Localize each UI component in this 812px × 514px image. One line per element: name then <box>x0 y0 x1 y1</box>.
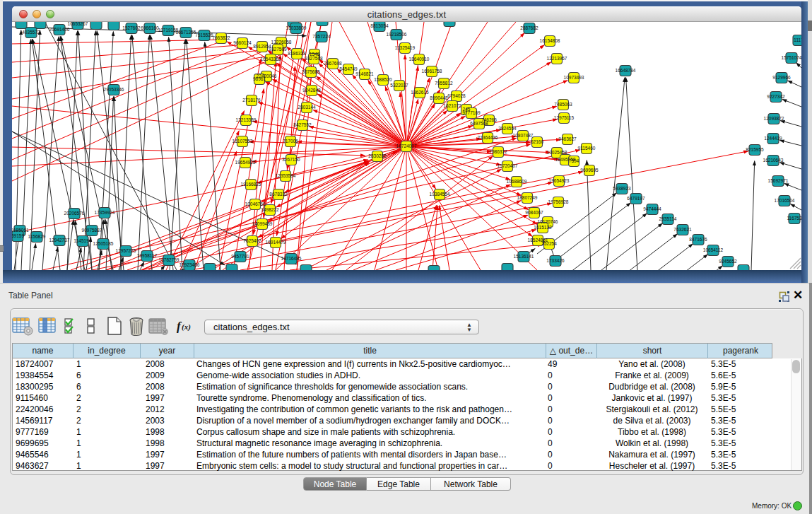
svg-text:62160: 62160 <box>531 139 543 144</box>
svg-text:16543362: 16543362 <box>261 57 281 62</box>
svg-text:1244419: 1244419 <box>764 136 782 141</box>
svg-text:1615132: 1615132 <box>534 225 552 230</box>
svg-text:15751074: 15751074 <box>782 55 801 60</box>
svg-text:14099489: 14099489 <box>252 221 273 226</box>
svg-text:12942737: 12942737 <box>49 238 70 243</box>
svg-text:7625402: 7625402 <box>243 238 261 243</box>
svg-text:10046766: 10046766 <box>245 201 266 206</box>
svg-text:16120746: 16120746 <box>538 219 558 224</box>
svg-text:19384554: 19384554 <box>430 192 450 197</box>
svg-text:12353594: 12353594 <box>276 173 296 178</box>
svg-text:10973493: 10973493 <box>564 75 584 80</box>
svg-text:9146821: 9146821 <box>355 71 374 76</box>
svg-text:1156829: 1156829 <box>28 234 46 239</box>
svg-text:12213967: 12213967 <box>547 56 567 61</box>
svg-text:13226058: 13226058 <box>271 40 292 45</box>
svg-text:8454749: 8454749 <box>339 66 358 71</box>
svg-text:10653267: 10653267 <box>68 22 88 26</box>
svg-text:10688609: 10688609 <box>507 179 527 184</box>
svg-text:10654112: 10654112 <box>703 247 724 252</box>
svg-text:2867608: 2867608 <box>324 61 342 66</box>
svg-text:16782759: 16782759 <box>159 257 180 262</box>
svg-text:9327509: 9327509 <box>269 47 287 52</box>
svg-text:17957225: 17957225 <box>116 248 136 253</box>
svg-text:6794028: 6794028 <box>447 93 466 98</box>
svg-text:7515526: 7515526 <box>195 33 213 37</box>
svg-text:9242848: 9242848 <box>302 88 321 93</box>
svg-text:15136141: 15136141 <box>514 254 534 259</box>
svg-text:7986372: 7986372 <box>489 149 507 154</box>
svg-text:1588520: 1588520 <box>374 77 392 82</box>
svg-text:8427552: 8427552 <box>293 122 312 127</box>
svg-text:18724007: 18724007 <box>396 144 417 148</box>
svg-text:1527602: 1527602 <box>122 25 141 30</box>
svg-text:8678332: 8678332 <box>269 192 288 197</box>
svg-text:7955812: 7955812 <box>435 81 453 86</box>
svg-text:9327508: 9327508 <box>305 56 323 61</box>
svg-text:717006: 717006 <box>283 139 298 144</box>
svg-text:29053346: 29053346 <box>104 87 124 92</box>
svg-text:8990448: 8990448 <box>430 95 448 100</box>
svg-text:8215955: 8215955 <box>746 147 764 152</box>
svg-text:9699695: 9699695 <box>580 168 599 173</box>
svg-text:9115460: 9115460 <box>578 146 596 151</box>
svg-text:6479197: 6479197 <box>627 196 645 201</box>
svg-text:16210643: 16210643 <box>763 158 784 163</box>
svg-text:19218506: 19218506 <box>387 32 407 37</box>
svg-text:16107553: 16107553 <box>233 139 253 144</box>
svg-text:8471676: 8471676 <box>689 237 707 242</box>
svg-text:12975115: 12975115 <box>554 115 575 120</box>
svg-text:16648784: 16648784 <box>616 68 636 73</box>
svg-text:16671355: 16671355 <box>176 30 196 35</box>
svg-text:6497568: 6497568 <box>470 121 488 126</box>
svg-text:7485063: 7485063 <box>554 102 572 107</box>
svg-text:9185061: 9185061 <box>12 228 29 233</box>
svg-text:20691406: 20691406 <box>49 27 70 32</box>
svg-text:252254: 252254 <box>541 241 557 246</box>
svg-text:3675685: 3675685 <box>302 69 320 74</box>
svg-text:9227342: 9227342 <box>767 94 785 99</box>
svg-text:17016504: 17016504 <box>775 198 795 203</box>
svg-text:8813054: 8813054 <box>370 23 389 28</box>
svg-text:9084067: 9084067 <box>525 210 543 215</box>
svg-text:90975887: 90975887 <box>82 228 102 233</box>
svg-text:16961758: 16961758 <box>422 69 442 74</box>
svg-text:21364436: 21364436 <box>478 135 498 140</box>
svg-text:9129966: 9129966 <box>772 75 791 80</box>
svg-text:(x): (x) <box>182 322 191 332</box>
svg-text:6966160: 6966160 <box>141 25 159 30</box>
svg-text:11325419: 11325419 <box>395 45 416 50</box>
svg-text:12093872: 12093872 <box>764 116 784 121</box>
svg-text:39159: 39159 <box>12 233 24 238</box>
svg-text:9245652: 9245652 <box>719 259 737 264</box>
svg-text:5322037: 5322037 <box>390 83 408 88</box>
svg-text:17359924: 17359924 <box>95 210 115 215</box>
svg-text:98961: 98961 <box>253 76 266 81</box>
svg-text:12923466: 12923466 <box>180 262 200 267</box>
svg-text:2718176: 2718176 <box>242 98 261 103</box>
svg-text:2935114: 2935114 <box>659 216 677 221</box>
svg-text:12213389: 12213389 <box>236 117 257 122</box>
svg-text:16914479: 16914479 <box>266 240 286 245</box>
svg-text:9660124: 9660124 <box>233 40 252 45</box>
svg-text:19654923: 19654923 <box>549 178 570 183</box>
svg-text:7594: 7594 <box>569 158 579 163</box>
svg-text:3267150: 3267150 <box>282 157 300 162</box>
svg-text:1621072: 1621072 <box>443 103 461 108</box>
svg-text:10025458: 10025458 <box>547 150 567 155</box>
svg-text:10958117: 10958117 <box>137 253 158 258</box>
svg-text:1733426: 1733426 <box>546 258 565 263</box>
svg-text:8186328: 8186328 <box>288 51 306 56</box>
svg-text:19166825: 19166825 <box>241 182 261 187</box>
svg-text:3498222: 3498222 <box>261 207 279 212</box>
svg-text:7663822: 7663822 <box>212 35 230 40</box>
svg-text:15720407: 15720407 <box>498 163 518 168</box>
svg-text:7357224: 7357224 <box>312 34 331 39</box>
svg-text:5938923: 5938923 <box>613 186 631 191</box>
svg-text:2887682: 2887682 <box>520 25 539 30</box>
svg-text:10807487: 10807487 <box>513 133 534 138</box>
svg-text:4035572: 4035572 <box>22 30 40 35</box>
svg-text:2830285: 2830285 <box>368 153 387 158</box>
svg-text:9474444: 9474444 <box>643 206 661 211</box>
svg-text:12505185: 12505185 <box>93 241 114 246</box>
